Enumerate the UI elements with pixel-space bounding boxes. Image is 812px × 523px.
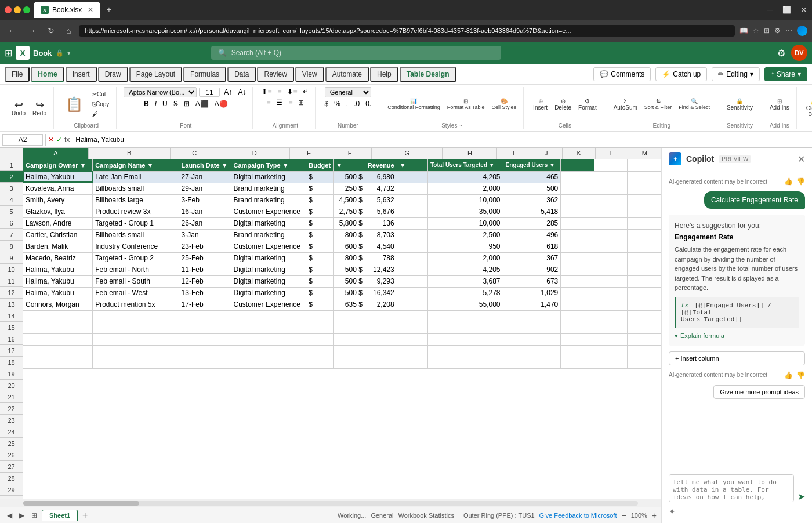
- row-num-20[interactable]: 20: [0, 380, 23, 391]
- cell-B4[interactable]: Billboards large: [93, 194, 179, 206]
- align-top-btn[interactable]: ⬆≡: [260, 87, 273, 96]
- cell-M2[interactable]: [628, 171, 661, 183]
- bold-btn[interactable]: B: [142, 99, 151, 108]
- cell-J3[interactable]: 500: [503, 183, 561, 194]
- find-select-btn[interactable]: 🔍 Find & Select: [676, 97, 712, 111]
- cell-G9[interactable]: 788: [365, 252, 397, 264]
- cell-E8[interactable]: $: [306, 241, 334, 252]
- cell-G10[interactable]: 12,423: [365, 264, 397, 275]
- italic-btn[interactable]: I: [153, 99, 158, 108]
- cell-L1[interactable]: [594, 159, 628, 171]
- cell-M8[interactable]: [628, 241, 661, 252]
- cell-L5[interactable]: [594, 206, 628, 217]
- cell-F4[interactable]: 4,500 $: [334, 194, 365, 206]
- cell-K13[interactable]: [561, 299, 594, 310]
- cell-K10[interactable]: [561, 264, 594, 275]
- conditional-formatting-btn[interactable]: 📊 Conditional Formatting: [385, 97, 443, 111]
- window-close-icon[interactable]: ✕: [800, 5, 807, 14]
- cell-G7[interactable]: 8,703: [365, 229, 397, 241]
- cell-D4[interactable]: Brand marketing: [231, 194, 306, 206]
- cell-E1[interactable]: Budget: [306, 159, 334, 171]
- cell-L9[interactable]: [594, 252, 628, 264]
- row-num-6[interactable]: 6: [0, 217, 23, 229]
- cell-F10[interactable]: 500 $: [334, 264, 365, 275]
- cell-K12[interactable]: [561, 287, 594, 299]
- cell-F6[interactable]: 5,800 $: [334, 217, 365, 229]
- border-btn[interactable]: ⊞: [182, 99, 191, 108]
- thumbs-up-icon[interactable]: 👍: [784, 177, 793, 186]
- cell-G12[interactable]: 16,342: [365, 287, 397, 299]
- paste-btn[interactable]: 📋: [61, 95, 88, 114]
- cell-B1[interactable]: Campaign Name ▼: [93, 159, 179, 171]
- forward-btn[interactable]: →: [24, 25, 39, 37]
- cell-A14[interactable]: [23, 310, 93, 322]
- autosum-btn[interactable]: Σ AutoSum: [611, 97, 640, 112]
- col-header-M[interactable]: M: [628, 148, 661, 159]
- share-btn[interactable]: ↑ Share ▾: [764, 67, 807, 81]
- cell-G3[interactable]: 4,732: [365, 183, 397, 194]
- align-left-btn[interactable]: ≡: [264, 98, 272, 107]
- workbook-stats[interactable]: Workbook Statistics: [398, 512, 454, 519]
- thumbs-down-icon-2[interactable]: 👎: [796, 371, 805, 379]
- cell-L10[interactable]: [594, 264, 628, 275]
- cell-F1[interactable]: ▼: [334, 159, 365, 171]
- cell-E2[interactable]: $: [306, 171, 334, 183]
- cell-I6[interactable]: 10,000: [428, 217, 503, 229]
- address-input[interactable]: [79, 25, 735, 37]
- cell-L7[interactable]: [594, 229, 628, 241]
- status-general[interactable]: General: [371, 512, 393, 519]
- row-num-12[interactable]: 12: [0, 287, 23, 299]
- comments-btn[interactable]: 💬 Comments: [593, 67, 651, 81]
- cell-D7[interactable]: Brand marketing: [231, 229, 306, 241]
- copilot-close-btn[interactable]: ✕: [798, 154, 805, 165]
- reader-icon[interactable]: 📖: [740, 27, 748, 35]
- tab-review[interactable]: Review: [257, 67, 293, 82]
- browser-minimize-btn[interactable]: [14, 6, 21, 13]
- insert-btn[interactable]: ⊕ Insert: [531, 97, 550, 112]
- cell-B6[interactable]: Targeted - Group 1: [93, 217, 179, 229]
- cell-J8[interactable]: 618: [503, 241, 561, 252]
- thumbs-down-icon[interactable]: 👎: [796, 177, 805, 186]
- row-num-22[interactable]: 22: [0, 403, 23, 415]
- browser-close-btn[interactable]: [5, 6, 12, 13]
- row-num-4[interactable]: 4: [0, 194, 23, 206]
- cell-C9[interactable]: 25-Feb: [179, 252, 231, 264]
- fill-color-btn[interactable]: A⬛: [194, 99, 211, 108]
- row-num-25[interactable]: 25: [0, 438, 23, 449]
- addins-btn[interactable]: ⊞ Add-ins: [767, 97, 792, 112]
- feedback-link[interactable]: Give Feedback to Microsoft: [539, 512, 617, 519]
- cell-D3[interactable]: Brand marketing: [231, 183, 306, 194]
- cell-A4[interactable]: Smith, Avery: [23, 194, 93, 206]
- cell-I8[interactable]: 950: [428, 241, 503, 252]
- format-btn[interactable]: ⚙ Format: [576, 97, 599, 112]
- undo-btn[interactable]: ↩ Undo: [9, 99, 28, 118]
- cell-F9[interactable]: 800 $: [334, 252, 365, 264]
- cell-G5[interactable]: 5,676: [365, 206, 397, 217]
- strikethrough-btn[interactable]: S̶: [172, 99, 180, 108]
- row-num-23[interactable]: 23: [0, 415, 23, 426]
- cell-H12[interactable]: [397, 287, 427, 299]
- cell-B5[interactable]: Product review 3x: [93, 206, 179, 217]
- sheet-scroll-left-btn[interactable]: ◀: [5, 510, 14, 521]
- cell-M4[interactable]: [628, 194, 661, 206]
- col-header-C[interactable]: C: [171, 148, 220, 159]
- col-header-J[interactable]: J: [530, 148, 563, 159]
- cell-J13[interactable]: 1,470: [503, 299, 561, 310]
- copilot-prompt-input[interactable]: [669, 474, 794, 502]
- cell-I12[interactable]: 5,278: [428, 287, 503, 299]
- cell-H6[interactable]: [397, 217, 427, 229]
- cell-C3[interactable]: 29-Jan: [179, 183, 231, 194]
- row-num-7[interactable]: 7: [0, 229, 23, 241]
- cell-L2[interactable]: [594, 171, 628, 183]
- cell-J2[interactable]: 465: [503, 171, 561, 183]
- cell-J6[interactable]: 285: [503, 217, 561, 229]
- col-header-H[interactable]: H: [443, 148, 497, 159]
- tab-home[interactable]: Home: [31, 67, 64, 82]
- row-num-24[interactable]: 24: [0, 426, 23, 438]
- cell-A8[interactable]: Barden, Malik: [23, 241, 93, 252]
- cell-B2[interactable]: Late Jan Email: [93, 171, 179, 183]
- cell-A11[interactable]: Halima, Yakubu: [23, 275, 93, 287]
- cell-A1[interactable]: Campaign Owner ▼: [23, 159, 93, 171]
- cell-K11[interactable]: [561, 275, 594, 287]
- cell-C13[interactable]: 17-Feb: [179, 299, 231, 310]
